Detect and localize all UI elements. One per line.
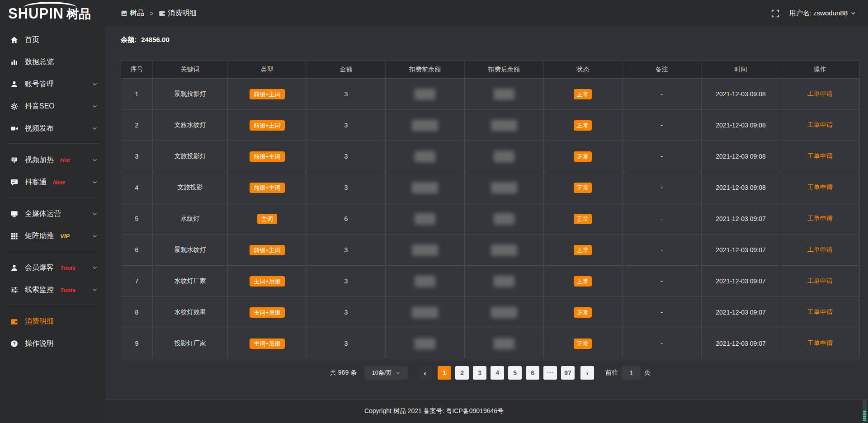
cell-type: 前缀+主词 — [228, 79, 307, 109]
table-header: 序号 关键词 类型 金额 扣费前余额 扣费后余额 状态 备注 时间 操作 — [121, 61, 859, 78]
pagination: 共 969 条 10条/页 ‹ 1 2 3 4 5 6 ··· 97 — [121, 366, 860, 380]
work-order-link[interactable]: 工单申请 — [807, 152, 833, 160]
sidebar-item[interactable]: 抖客通 New — [0, 171, 105, 193]
cell-balance-before — [386, 141, 465, 172]
scrollbar[interactable] — [863, 399, 867, 422]
video-icon — [10, 125, 18, 132]
balance-label: 余额: — [121, 36, 137, 43]
breadcrumb-home[interactable]: 树品 — [121, 9, 144, 18]
wallet-icon — [10, 318, 18, 325]
chevron-down-icon — [92, 179, 98, 185]
page-size-select[interactable]: 10条/页 — [364, 366, 408, 380]
work-order-link[interactable]: 工单申请 — [807, 183, 833, 192]
cell-balance-after — [465, 266, 544, 296]
work-order-link[interactable]: 工单申请 — [807, 308, 833, 316]
cell-remark: - — [623, 79, 702, 109]
cell-index: 9 — [121, 328, 153, 359]
next-page-button[interactable]: › — [580, 366, 594, 380]
balance-value: 24856.00 — [141, 36, 170, 43]
sidebar-item[interactable]: 数据总览 — [0, 51, 105, 73]
cell-keyword: 文旅水纹灯 — [153, 110, 228, 141]
table-body: 1 景观投影灯 前缀+主词 3 正常 - 2 — [121, 78, 859, 359]
cell-time: 2021-12-03 09:07 — [702, 297, 781, 328]
cell-balance-after — [465, 110, 544, 141]
status-badge: 正常 — [574, 338, 592, 349]
masked-value — [491, 182, 517, 193]
fullscreen-button[interactable] — [771, 9, 779, 18]
cell-remark: - — [623, 328, 702, 359]
cell-amount: 6 — [307, 203, 386, 234]
sidebar-item-label: 抖音SEO — [25, 102, 55, 111]
prev-page-button[interactable]: ‹ — [418, 366, 432, 380]
cell-amount: 3 — [307, 110, 386, 141]
type-badge: 前缀+主词 — [250, 183, 285, 193]
sidebar-item[interactable]: 操作说明 — [0, 333, 105, 355]
sidebar-item[interactable]: 全媒体运营 — [0, 203, 105, 225]
page-button[interactable]: 3 — [473, 366, 486, 380]
cell-balance-before — [386, 110, 465, 141]
goto-page-input[interactable] — [622, 366, 641, 380]
sidebar-item[interactable]: 账号管理 — [0, 73, 105, 95]
work-order-link[interactable]: 工单申请 — [807, 90, 833, 98]
page-button[interactable]: 5 — [508, 366, 522, 380]
page-button[interactable]: 1 — [438, 366, 451, 380]
table-row: 1 景观投影灯 前缀+主词 3 正常 - 2 — [121, 78, 859, 109]
chevron-down-icon — [92, 103, 98, 109]
cell-index: 2 — [121, 110, 153, 141]
breadcrumb-current[interactable]: 消费明细 — [159, 9, 197, 18]
sidebar: SHUPIN 树品 首页 数据总览 账号管理 — [0, 0, 105, 423]
masked-value — [415, 151, 435, 162]
user-icon — [10, 264, 18, 272]
sidebar-item-label: 全媒体运营 — [25, 209, 61, 219]
sidebar-item-label: 线索监控 — [25, 285, 54, 295]
goto-page: 前往 页 — [605, 366, 651, 380]
status-badge: 正常 — [574, 245, 592, 255]
cell-action: 工单申请 — [780, 141, 859, 172]
chevron-down-icon — [92, 81, 98, 87]
sidebar-item-tag: New — [53, 179, 65, 186]
sidebar-item[interactable]: 矩阵助推 VIP — [0, 225, 105, 247]
cell-keyword: 水纹灯 — [153, 203, 228, 234]
masked-value — [494, 213, 514, 225]
cell-action: 工单申请 — [780, 235, 859, 265]
work-order-link[interactable]: 工单申请 — [807, 121, 833, 129]
type-badge: 主词+后缀 — [250, 338, 285, 349]
cell-status: 正常 — [544, 141, 623, 172]
page-button[interactable]: 2 — [455, 366, 469, 380]
masked-value — [415, 213, 435, 225]
cell-type: 主词+后缀 — [228, 297, 307, 328]
sidebar-item[interactable]: 消费明细 — [0, 310, 105, 333]
chevron-down-icon — [92, 211, 98, 217]
sidebar-item[interactable]: 首页 — [0, 29, 105, 51]
sidebar-item[interactable]: 会员爆客 Tools — [0, 257, 105, 279]
cell-balance-before — [386, 266, 465, 296]
page-button[interactable]: 97 — [561, 366, 575, 380]
cell-status: 正常 — [544, 203, 623, 234]
table-row: 4 文旅投影 前缀+主词 3 正常 - 20 — [121, 172, 859, 203]
sidebar-item[interactable]: 视频加热 Hot — [0, 149, 105, 171]
user-icon — [10, 80, 18, 88]
cell-keyword: 文旅投影 — [153, 172, 228, 203]
cell-action: 工单申请 — [780, 297, 859, 328]
status-badge: 正常 — [574, 151, 592, 162]
work-order-link[interactable]: 工单申请 — [807, 246, 833, 254]
masked-value — [491, 244, 517, 256]
page-button[interactable]: 6 — [526, 366, 539, 380]
work-order-link[interactable]: 工单申请 — [807, 277, 833, 285]
home-icon — [10, 36, 18, 44]
user-dropdown[interactable]: 用户名: zswodun88 — [789, 9, 856, 18]
sidebar-item[interactable]: 线索监控 Tools — [0, 279, 105, 301]
work-order-link[interactable]: 工单申请 — [807, 339, 833, 348]
page-button[interactable]: ··· — [543, 366, 557, 380]
balance: 余额: 24856.00 — [121, 36, 860, 46]
cell-amount: 3 — [307, 172, 386, 203]
sidebar-item[interactable]: 视频发布 — [0, 118, 105, 140]
cell-time: 2021-12-03 09:08 — [702, 110, 781, 141]
cell-balance-after — [465, 172, 544, 203]
work-order-link[interactable]: 工单申请 — [807, 215, 833, 223]
scrollbar-thumb[interactable] — [863, 411, 866, 421]
breadcrumb-separator: > — [150, 10, 153, 17]
sidebar-item[interactable]: 抖音SEO — [0, 95, 105, 118]
page-button[interactable]: 4 — [491, 366, 504, 380]
copyright-text: Copyright 树品 2021 备案号: 粤ICP备09019646号 — [364, 407, 504, 415]
